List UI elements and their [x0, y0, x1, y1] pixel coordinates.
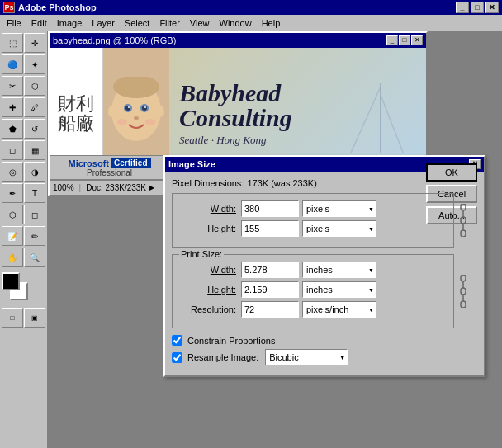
constrain-row: Constrain Proportions — [172, 335, 477, 346]
svg-point-7 — [134, 116, 139, 120]
resolution-input[interactable] — [241, 301, 299, 318]
doc-maximize[interactable]: □ — [399, 35, 410, 45]
resample-method-wrapper: Bicubic Bilinear Nearest Neighbor — [262, 349, 348, 365]
pixel-height-unit-wrapper: pixels percent — [299, 220, 376, 237]
tool-hand[interactable]: ✋ — [2, 248, 23, 267]
tool-history[interactable]: ↺ — [24, 119, 45, 139]
tool-crop[interactable]: ✂ — [2, 76, 23, 96]
banner-text-area: Babyhead Consulting Seattle · Hong Kong — [169, 74, 426, 153]
print-width-unit-wrapper: inches cm points picas — [299, 262, 376, 278]
status-arrow[interactable]: ▶ — [149, 184, 154, 191]
tool-dodge[interactable]: ◑ — [24, 162, 45, 182]
quick-mask-mode[interactable]: □ — [2, 308, 23, 328]
pixel-width-unit-wrapper: pixels percent — [299, 200, 376, 217]
menu-edit[interactable]: Edit — [26, 17, 52, 30]
zoom-level: 100% — [53, 183, 74, 192]
foreground-color[interactable] — [2, 272, 20, 290]
resample-row: Resample Image: Bicubic Bilinear Nearest… — [172, 349, 477, 365]
tool-eyedropper[interactable]: ✏ — [24, 226, 45, 246]
print-width-unit-select[interactable]: inches cm points picas — [302, 262, 376, 278]
doc-minimize[interactable]: _ — [386, 35, 398, 45]
close-button[interactable]: ✕ — [485, 2, 499, 13]
image-size-dialog: Image Size ✕ OK Cancel Auto... Pixel Dim… — [163, 155, 485, 377]
app-icon: Ps — [3, 2, 15, 13]
resolution-unit-select[interactable]: pixels/inch pixels/cm — [302, 301, 376, 318]
tool-slice[interactable]: ⬡ — [24, 76, 45, 96]
pixel-height-input[interactable] — [241, 220, 299, 237]
app-titlebar: Ps Adobe Photoshop _ □ ✕ — [0, 0, 502, 15]
document-titlebar: babyhead.png @ 100% (RGB) _ □ ✕ — [50, 33, 426, 48]
tool-move[interactable]: ✛ — [24, 33, 45, 53]
resample-method-select[interactable]: Bicubic Bilinear Nearest Neighbor — [265, 349, 348, 365]
print-height-row: Height: inches cm points picas — [179, 281, 447, 298]
tool-gradient[interactable]: ▦ — [24, 140, 45, 160]
svg-marker-14 — [381, 95, 410, 153]
svg-point-5 — [128, 106, 130, 108]
tool-lasso[interactable]: 🔵 — [2, 54, 23, 74]
svg-rect-22 — [461, 275, 466, 281]
tool-pen[interactable]: ✒ — [2, 183, 23, 203]
tool-shape[interactable]: ◻ — [24, 205, 45, 224]
print-size-section: Print Size: Width: inches cm points pica… — [172, 254, 454, 328]
pixel-width-label: Width: — [179, 204, 241, 214]
print-height-unit-select[interactable]: inches cm points picas — [302, 281, 376, 298]
tool-path[interactable]: ⬡ — [2, 205, 23, 224]
svg-point-3 — [126, 106, 130, 111]
print-height-input[interactable] — [241, 281, 299, 298]
minimize-button[interactable]: _ — [456, 2, 469, 13]
certified-badge: Certified — [111, 158, 151, 168]
ms-certified-badge: Microsoft Certified Professional — [50, 155, 169, 180]
svg-rect-19 — [461, 217, 466, 224]
resample-checkbox[interactable] — [172, 352, 182, 363]
maximize-button[interactable]: □ — [471, 2, 484, 13]
pixel-width-unit-select[interactable]: pixels percent — [302, 200, 376, 217]
menu-layer[interactable]: Layer — [87, 17, 120, 30]
baby-face-svg — [107, 77, 165, 151]
print-chain-icon — [457, 275, 470, 308]
print-width-input[interactable] — [241, 262, 299, 278]
svg-rect-24 — [461, 288, 466, 295]
constrain-label: Constrain Proportions — [187, 336, 275, 346]
pixel-height-unit-select[interactable]: pixels percent — [302, 220, 376, 237]
tool-marquee[interactable]: ⬚ — [2, 33, 23, 53]
resolution-unit-wrapper: pixels/inch pixels/cm — [299, 301, 376, 318]
ok-button[interactable]: OK — [426, 163, 477, 182]
pixel-dimensions-value: 173K (was 233K) — [247, 178, 316, 188]
toolbar: ⬚ ✛ 🔵 ✦ ✂ ⬡ ✚ 🖊 ⬟ ↺ ◻ ▦ ◎ ◑ ✒ T — [0, 31, 48, 448]
menu-image[interactable]: Image — [52, 17, 88, 30]
app-title: Adobe Photoshop — [18, 2, 97, 12]
kanji-text: 財利船廠 — [53, 94, 99, 134]
menu-select[interactable]: Select — [120, 17, 155, 30]
svg-point-10 — [156, 106, 164, 117]
pixel-width-row: Width: pixels percent — [179, 200, 447, 217]
pixel-width-input[interactable] — [241, 200, 299, 217]
tool-brush[interactable]: 🖊 — [24, 97, 45, 117]
pixel-dimensions-label: Pixel Dimensions: — [172, 178, 244, 188]
tool-magic-wand[interactable]: ✦ — [24, 54, 45, 74]
pixel-height-row: Height: pixels percent — [179, 220, 447, 237]
tool-heal[interactable]: ✚ — [2, 97, 23, 117]
ms-text: Microsoft — [68, 158, 109, 168]
menubar: File Edit Image Layer Select Filter View… — [0, 15, 502, 31]
tool-zoom[interactable]: 🔍 — [24, 248, 45, 267]
tool-stamp[interactable]: ⬟ — [2, 119, 23, 139]
tool-eraser[interactable]: ◻ — [2, 140, 23, 160]
menu-view[interactable]: View — [185, 17, 215, 30]
screen-mode[interactable]: ▣ — [24, 308, 45, 328]
dialog-title: Image Size — [168, 159, 215, 169]
print-height-unit-wrapper: inches cm points picas — [299, 281, 376, 298]
color-swatches — [2, 272, 46, 304]
tool-notes[interactable]: 📝 — [2, 226, 23, 246]
constrain-checkbox[interactable] — [172, 335, 182, 346]
svg-rect-26 — [461, 301, 466, 308]
resolution-row: Resolution: pixels/inch pixels/cm — [179, 301, 447, 318]
svg-marker-13 — [343, 87, 381, 153]
menu-file[interactable]: File — [2, 17, 26, 30]
menu-help[interactable]: Help — [257, 17, 286, 30]
doc-close[interactable]: ✕ — [411, 35, 423, 45]
menu-window[interactable]: Window — [215, 17, 257, 30]
tool-type[interactable]: T — [24, 183, 45, 203]
titlebar-buttons: _ □ ✕ — [456, 2, 499, 13]
menu-filter[interactable]: Filter — [154, 17, 184, 30]
tool-blur[interactable]: ◎ — [2, 162, 23, 182]
